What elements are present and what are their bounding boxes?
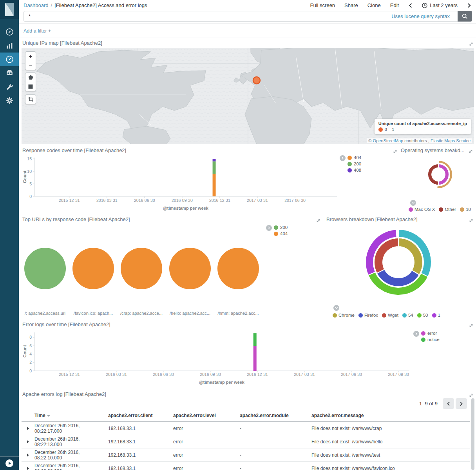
legend-toggle-icon[interactable] [266,225,272,231]
legend-item-10[interactable]: 10 [460,207,471,212]
legend-label: error [427,331,437,336]
legend-item-chrome[interactable]: Chrome [333,313,355,318]
elastic-maps-link[interactable]: Elastic Maps Service [431,138,471,143]
pie--hello-apache2-acc-[interactable] [169,248,211,289]
pie--crap-apache2-acce-[interactable] [121,248,162,289]
sidebar-item-visualize[interactable] [0,39,19,53]
table-row[interactable]: December 26th 2016, 08:22:10.000192.168.… [22,448,470,462]
pagination-next-button[interactable] [456,398,467,409]
legend-item-404[interactable]: 404 [274,231,288,236]
expand-panel-icon[interactable] [469,41,473,48]
caret-right-icon [27,467,29,470]
map-draw-rectangle-button[interactable] [25,82,36,91]
legend-toggle-icon[interactable] [410,200,416,206]
pie--apache2-access-url[interactable] [24,248,66,289]
expand-panel-icon[interactable] [469,148,473,155]
search-button[interactable] [458,11,472,22]
table-row[interactable]: December 26th 2016, 08:22:17.000192.168.… [22,422,470,435]
expand-row-button[interactable] [22,452,34,458]
sidebar-item-dashboard[interactable] [0,53,19,66]
search-input[interactable] [28,13,391,20]
legend-toggle-icon[interactable] [413,331,419,337]
os-donut-chart[interactable] [398,157,474,190]
edit-button[interactable]: Edit [390,2,399,8]
openstreetmap-link[interactable]: OpenStreetMap [373,138,404,143]
pie-label: /hmm: apache2.acc... [214,311,262,316]
url-pie-charts[interactable] [22,245,321,292]
map-marker[interactable] [253,77,260,84]
legend-item-notice[interactable]: notice [421,337,440,342]
legend-toggle-icon[interactable] [340,155,346,161]
pagination-prev-button[interactable] [443,398,454,409]
table-row[interactable]: December 26th 2016, 08:22:13.000192.168.… [22,435,470,448]
time-picker[interactable]: Last 2 years [422,2,458,8]
legend-dot [432,313,436,318]
legend-items: ChromeFirefoxWget54501 [333,313,474,318]
time-forward-button[interactable] [467,3,471,8]
legend-item-50[interactable]: 50 [417,313,428,318]
x-tick-label: 2017-06-30 [341,372,362,377]
sidebar-collapse[interactable] [0,456,19,470]
expand-panel-icon[interactable] [469,217,473,224]
full-screen-button[interactable]: Full screen [310,2,335,8]
bar-segment-200[interactable] [213,162,216,174]
legend-item-408[interactable]: 408 [347,168,361,172]
error-logs-chart[interactable]: Count @timestamp per week 024682015-12-3… [22,329,413,388]
sidebar-nav [0,25,19,107]
expand-panel-icon[interactable] [469,322,473,329]
browsers-donut-chart[interactable] [322,227,474,300]
chevron-right-icon [460,401,463,406]
breadcrumb-dashboard-link[interactable]: Dashboard [24,2,49,8]
legend-item-1[interactable]: 1 [432,313,440,318]
legend-item-firefox[interactable]: Firefox [358,313,378,318]
sidebar-item-discover[interactable] [0,25,19,39]
map-zoom-in-button[interactable]: + [25,52,36,61]
map-fit-bounds-button[interactable] [25,95,36,104]
legend-item-200[interactable]: 200 [274,225,288,230]
pie--favicon-ico-apach-[interactable] [72,248,114,289]
donut-segment-other[interactable] [428,164,438,185]
lucene-syntax-link[interactable]: Uses lucene query syntax [391,13,450,19]
legend-item-200[interactable]: 200 [347,162,361,166]
bar-segment-notice[interactable] [253,333,257,346]
world-map[interactable]: + − [22,48,474,144]
bar-segment-404[interactable] [213,174,216,196]
expand-row-button[interactable] [22,439,34,445]
time-back-button[interactable] [408,3,413,8]
table-row[interactable]: December 26th 2016, 08:22:08.000192.168.… [22,462,470,470]
legend-dot [409,207,413,212]
legend-item-404[interactable]: 404 [347,155,361,160]
kibana-logo[interactable] [0,0,19,19]
map-zoom-out-button[interactable]: − [25,61,36,70]
column-header-time[interactable]: Time [34,413,108,418]
legend-item-mac-os-x[interactable]: Mac OS X [409,207,435,212]
rectangle-icon [28,84,33,89]
caret-right-icon [27,440,29,443]
expand-panel-icon[interactable] [393,148,397,155]
legend-item-error[interactable]: error [421,331,440,336]
expand-row-button[interactable] [22,426,34,431]
clone-button[interactable]: Clone [367,2,381,8]
add-filter-button[interactable]: Add a filter + [24,28,51,34]
x-tick-label: 2016-06-30 [153,372,174,377]
table-cell: File does not exist: /var/www/crap [311,426,470,431]
legend-item-wget[interactable]: Wget [382,313,398,318]
legend-toggle-icon[interactable] [333,305,339,311]
response-codes-chart[interactable]: Count @timestamp per week 0510152015-12-… [22,154,340,214]
expand-panel-icon[interactable] [316,217,320,224]
share-button[interactable]: Share [344,2,358,8]
bar-segment-error[interactable] [253,346,257,371]
pie--hmm-apache2-acc-[interactable] [217,248,259,289]
bar-segment-408[interactable] [213,159,216,161]
legend-item-54[interactable]: 54 [402,313,413,318]
chart-legend: 200404 [266,225,288,238]
sidebar-item-management[interactable] [0,94,19,107]
breadcrumb: Dashboard / [Filebeat Apache2] Access an… [24,2,147,8]
table-scrollbar[interactable] [471,398,474,470]
x-tick-label: 2015-12-31 [59,198,80,203]
expand-row-button[interactable] [22,466,34,470]
sidebar-item-dev-tools[interactable] [0,80,19,94]
map-draw-polygon-button[interactable] [25,73,36,82]
sidebar-item-timelion[interactable] [0,66,19,80]
legend-item-other[interactable]: Other [439,207,456,212]
